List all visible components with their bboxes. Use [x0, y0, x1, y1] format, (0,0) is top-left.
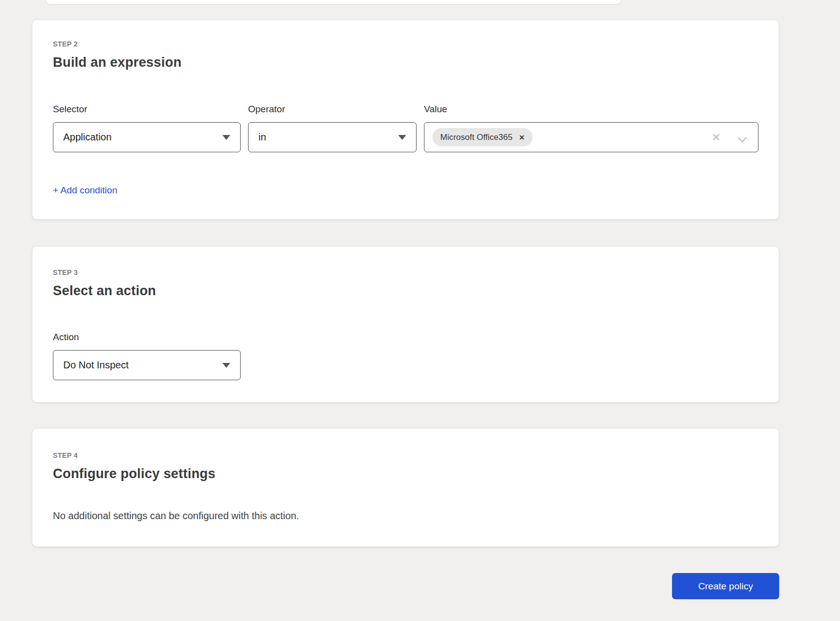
step-3-title: Select an action: [53, 283, 758, 299]
create-policy-button[interactable]: Create policy: [672, 573, 779, 599]
policy-builder-page: STEP 2 Build an expression Selector Appl…: [32, 20, 779, 599]
value-field: Value Microsoft Office365 ✕ ✕: [424, 104, 758, 152]
selector-field-label: Selector: [53, 104, 241, 115]
step-2-title: Build an expression: [53, 55, 758, 70]
previous-card-bottom-edge: [45, 0, 622, 4]
step-2-card: STEP 2 Build an expression Selector Appl…: [32, 20, 779, 220]
value-field-label: Value: [424, 104, 758, 115]
no-settings-note: No additional settings can be configured…: [53, 510, 758, 522]
caret-down-icon: [398, 135, 406, 140]
action-field-label: Action: [53, 332, 241, 343]
tag-remove-icon[interactable]: ✕: [519, 134, 525, 141]
operator-field: Operator in: [248, 104, 417, 152]
chevron-down-icon[interactable]: [738, 133, 746, 141]
caret-down-icon: [222, 363, 230, 368]
add-condition-link[interactable]: + Add condition: [53, 185, 117, 196]
value-tag-label: Microsoft Office365: [440, 133, 512, 142]
step-4-title: Configure policy settings: [53, 466, 758, 482]
operator-dropdown[interactable]: in: [248, 122, 417, 152]
action-dropdown-value: Do Not Inspect: [63, 359, 128, 371]
step-2-label: STEP 2: [53, 40, 758, 48]
operator-dropdown-value: in: [258, 132, 266, 143]
footer-actions: Create policy: [32, 573, 779, 599]
step-4-card: STEP 4 Configure policy settings No addi…: [32, 428, 779, 547]
expression-fields-row: Selector Application Operator in Value M…: [53, 104, 758, 152]
value-multiselect[interactable]: Microsoft Office365 ✕ ✕: [424, 122, 758, 152]
action-dropdown[interactable]: Do Not Inspect: [53, 350, 241, 380]
caret-down-icon: [222, 135, 230, 140]
operator-field-label: Operator: [248, 104, 417, 115]
selector-dropdown-value: Application: [63, 132, 112, 143]
selector-dropdown[interactable]: Application: [53, 122, 241, 152]
step-3-label: STEP 3: [53, 268, 758, 276]
value-tag: Microsoft Office365 ✕: [432, 128, 533, 146]
selector-field: Selector Application: [53, 104, 241, 152]
action-field: Action Do Not Inspect: [53, 332, 241, 380]
step-4-label: STEP 4: [53, 451, 758, 459]
step-3-card: STEP 3 Select an action Action Do Not In…: [32, 246, 779, 402]
clear-all-icon[interactable]: ✕: [712, 132, 720, 142]
